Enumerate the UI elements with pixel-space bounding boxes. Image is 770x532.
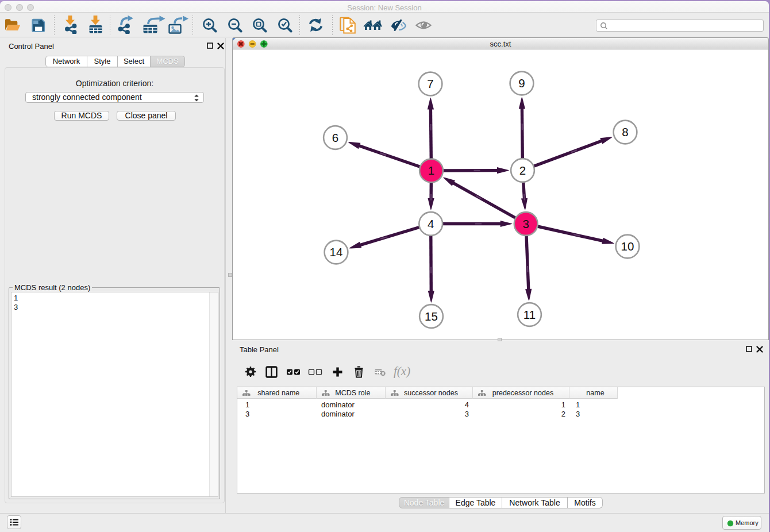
svg-text:8: 8 bbox=[622, 125, 628, 138]
svg-text:4: 4 bbox=[428, 217, 434, 230]
svg-text:11: 11 bbox=[523, 308, 536, 321]
svg-text:f(x): f(x) bbox=[394, 364, 410, 378]
svg-text:2: 2 bbox=[519, 164, 526, 177]
svg-text:9: 9 bbox=[518, 76, 525, 90]
svg-text:1: 1 bbox=[428, 164, 434, 177]
svg-text:10: 10 bbox=[621, 240, 634, 253]
svg-text:7: 7 bbox=[427, 77, 433, 90]
svg-text:14: 14 bbox=[330, 245, 343, 259]
svg-text:6: 6 bbox=[332, 131, 338, 144]
svg-text:15: 15 bbox=[425, 310, 438, 323]
svg-text:3: 3 bbox=[522, 217, 529, 230]
